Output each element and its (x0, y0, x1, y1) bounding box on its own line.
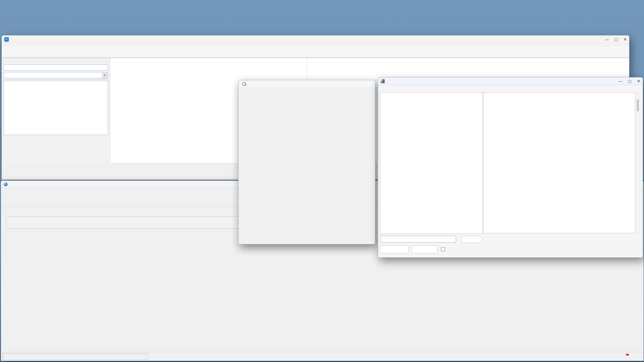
si-tree[interactable] (380, 93, 483, 234)
editor-menubar (2, 44, 629, 46)
editor-maximize-icon[interactable]: ▢ (614, 37, 618, 42)
protv-tv (629, 354, 631, 355)
table-stats-button[interactable] (411, 245, 437, 253)
crazyscan-app-icon (4, 182, 8, 186)
carrier-dialog-body (238, 88, 375, 244)
editor-close-icon[interactable]: ✕ (623, 37, 627, 42)
save-as-xml-button[interactable] (380, 245, 409, 253)
editor-titlebar[interactable]: ✎ — ▢ ✕ (2, 35, 629, 44)
change-dir-label (2, 71, 110, 72)
ts-maximize-icon[interactable]: ▢ (628, 79, 631, 83)
cursor-pos-status (3, 353, 148, 360)
quick-search-label (2, 63, 110, 64)
chevron-down-icon[interactable]: ▼ (102, 73, 107, 78)
crazyscan-statusbar (1, 352, 643, 361)
spectrum-chart[interactable] (4, 244, 641, 346)
carrier-search-dialog (238, 80, 375, 244)
protv-watermark (626, 354, 631, 355)
table-scrollbar[interactable] (636, 93, 640, 233)
editor-app-icon: ✎ (4, 37, 9, 42)
protv-pro (626, 354, 629, 355)
ts-analyzer-window: — ▢ ✕ (378, 77, 643, 258)
tree-find-input[interactable] (380, 236, 456, 242)
ts-minimize-icon[interactable]: — (619, 79, 622, 83)
desktop: ✎ — ▢ ✕ ▼ (0, 0, 644, 362)
pid-table[interactable] (483, 93, 635, 233)
editor-file-panel: ▼ (2, 58, 110, 163)
editor-minimize-icon[interactable]: — (605, 37, 609, 42)
find-button[interactable] (461, 236, 482, 243)
editor-toolbar (2, 46, 629, 57)
hex-checkbox[interactable] (441, 247, 447, 251)
file-list-header[interactable] (4, 80, 108, 81)
ts-close-icon[interactable]: ✕ (637, 79, 640, 83)
ts-app-icon (381, 79, 385, 83)
hex-checkbox-box[interactable] (441, 247, 445, 251)
quick-search-input[interactable] (4, 65, 108, 71)
magnifier-icon (242, 82, 246, 86)
file-panel-toolbar-2 (2, 60, 110, 61)
table-scrollbar-thumb[interactable] (637, 99, 639, 111)
file-list[interactable] (4, 80, 108, 135)
ts-titlebar[interactable]: — ▢ ✕ (378, 77, 643, 85)
change-dir-combo[interactable]: ▼ (4, 72, 108, 78)
carrier-dialog-titlebar[interactable] (238, 80, 375, 88)
